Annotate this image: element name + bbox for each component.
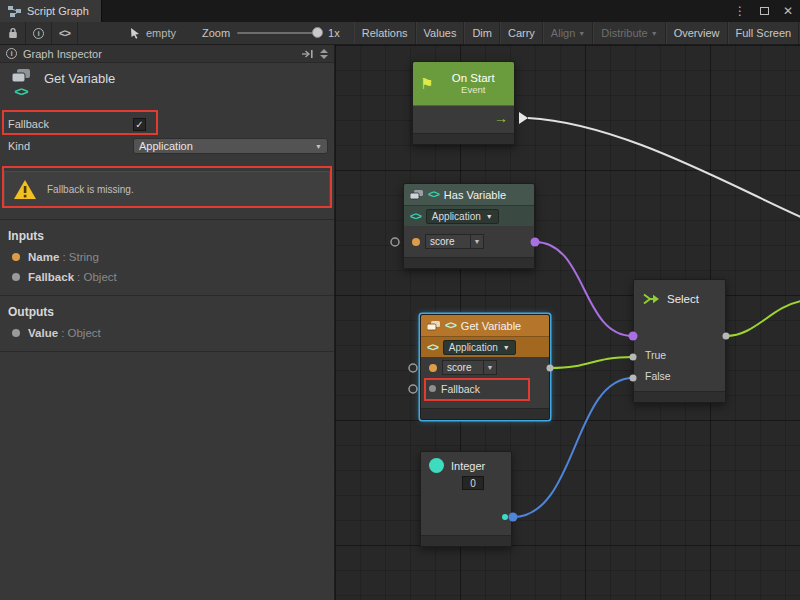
fullscreen-button[interactable]: Full Screen <box>728 22 800 44</box>
integer-value-field[interactable]: 0 <box>462 476 484 490</box>
fallback-port-label: Fallback <box>441 383 480 395</box>
node-title: Integer <box>451 460 485 472</box>
scroll-down-icon[interactable] <box>320 55 328 59</box>
warning-helpbox: Fallback is missing. <box>4 171 330 207</box>
code-icon: <> <box>14 85 27 98</box>
code-view-button[interactable]: <> <box>52 22 78 44</box>
scroll-up-icon[interactable] <box>320 49 328 53</box>
graph-toolbar: i <> empty Zoom 1x Relations Values Dim … <box>0 22 800 45</box>
carry-button[interactable]: Carry <box>500 22 543 44</box>
node-title: Select <box>667 293 699 305</box>
code-icon: <> <box>445 320 456 331</box>
wires-layer <box>335 45 800 600</box>
lock-button[interactable] <box>0 22 26 44</box>
relations-button[interactable]: Relations <box>354 22 416 44</box>
tab-script-graph[interactable]: Script Graph <box>0 0 102 22</box>
select-icon <box>643 292 660 306</box>
node-select[interactable]: Select True False <box>633 279 726 403</box>
object-port-icon <box>12 273 20 281</box>
node-integer[interactable]: Integer 0 <box>420 451 512 547</box>
fallback-checkbox[interactable]: ✓ <box>133 118 146 131</box>
wire-flow-onstart[interactable] <box>528 118 800 217</box>
divider <box>0 351 334 352</box>
tab-label: Script Graph <box>27 5 89 17</box>
flow-output-icon[interactable]: → <box>494 110 508 126</box>
unconnected-port[interactable] <box>409 385 417 393</box>
input-port-fallback: Fallback : Object <box>0 267 334 287</box>
name-port-icon[interactable] <box>429 364 437 372</box>
fallback-property-row: Fallback ✓ <box>0 113 334 135</box>
scope-dropdown[interactable]: Application ▼ <box>443 340 516 355</box>
chevron-down-icon: ▼ <box>487 364 494 371</box>
node-title: On Start <box>452 72 495 84</box>
maximize-icon <box>760 7 769 15</box>
fallback-label: Fallback <box>8 118 133 130</box>
chevron-down-icon: ▼ <box>315 143 322 150</box>
info-icon: i <box>33 28 44 39</box>
lock-icon <box>8 27 18 39</box>
code-icon: <> <box>59 28 70 39</box>
flow-port-triangle[interactable] <box>519 112 528 124</box>
node-subheader: <> Application ▼ <box>404 205 534 226</box>
node-header: Integer 0 <box>421 452 511 490</box>
kind-label: Kind <box>8 140 133 152</box>
close-button[interactable]: ✕ <box>776 0 800 22</box>
distribute-button[interactable]: Distribute▼ <box>593 22 665 44</box>
chevron-down-icon: ▼ <box>503 344 510 351</box>
code-icon: <> <box>428 189 439 200</box>
graph-canvas[interactable]: ⚑ On Start Event → <box>335 45 800 600</box>
node-title: Has Variable <box>444 189 506 201</box>
divider <box>0 295 334 296</box>
node-get-variable[interactable]: <> Get Variable <> Application ▼ score ▼ <box>420 314 550 420</box>
node-footer <box>413 133 514 144</box>
maximize-button[interactable] <box>752 0 776 22</box>
inspector-toggle-button[interactable]: i <box>26 22 52 44</box>
dim-button[interactable]: Dim <box>464 22 500 44</box>
unconnected-port[interactable] <box>409 364 417 372</box>
variable-name-dropdown[interactable]: score ▼ <box>425 234 484 249</box>
node-body: score ▼ <box>404 226 534 257</box>
zoom-slider[interactable] <box>237 32 321 34</box>
node-has-variable[interactable]: <> Has Variable <> Application ▼ score ▼ <box>403 183 535 269</box>
cursor-icon <box>130 27 141 39</box>
kind-dropdown[interactable]: Application ▼ <box>133 138 328 154</box>
unconnected-port[interactable] <box>391 238 399 246</box>
scope-dropdown[interactable]: Application ▼ <box>426 209 499 224</box>
wire-getvariable-to-select-true[interactable] <box>550 357 633 368</box>
node-title: Get Variable <box>461 320 521 332</box>
wire-select-output[interactable] <box>726 301 800 336</box>
zoom-slider-handle[interactable] <box>312 27 323 38</box>
window-menu-button[interactable]: ⋮ <box>728 0 752 22</box>
variables-icon <box>410 190 423 200</box>
variable-name-dropdown[interactable]: score ▼ <box>442 360 497 375</box>
node-footer <box>421 408 549 419</box>
node-header: ⚑ On Start Event <box>413 62 514 106</box>
main-area: i Graph Inspector <box>0 45 800 600</box>
titlebar: Script Graph ⋮ ✕ <box>0 0 800 22</box>
chevron-down-icon: ▼ <box>486 213 493 220</box>
property-rows: Fallback ✓ Kind Application ▼ <box>0 109 334 157</box>
graph-inspector-panel: i Graph Inspector <box>0 45 335 600</box>
selection-indicator: empty <box>130 22 176 44</box>
unit-icons: <> <box>8 68 34 98</box>
align-button[interactable]: Align▼ <box>543 22 593 44</box>
divider <box>0 219 334 220</box>
name-port-icon[interactable] <box>412 238 420 246</box>
values-button[interactable]: Values <box>416 22 465 44</box>
dock-icon[interactable] <box>301 49 314 59</box>
fallback-port-icon[interactable] <box>429 385 436 392</box>
node-header: <> Has Variable <box>404 184 534 205</box>
node-on-start[interactable]: ⚑ On Start Event → <box>412 61 515 145</box>
outputs-header: Outputs <box>0 298 334 323</box>
fallback-port-row: Fallback <box>421 378 549 399</box>
scroll-arrows[interactable] <box>320 49 328 59</box>
titlebar-spacer <box>102 0 728 22</box>
inspector-header-title: Graph Inspector <box>23 48 102 60</box>
object-port-icon <box>12 329 20 337</box>
unit-title-block: <> Get Variable <box>0 63 334 109</box>
node-subheader: <> Application ▼ <box>421 336 549 357</box>
node-header: Select <box>634 280 725 318</box>
condition-port-row <box>634 323 725 344</box>
overview-button[interactable]: Overview <box>666 22 728 44</box>
inspector-header: i Graph Inspector <box>0 45 334 63</box>
